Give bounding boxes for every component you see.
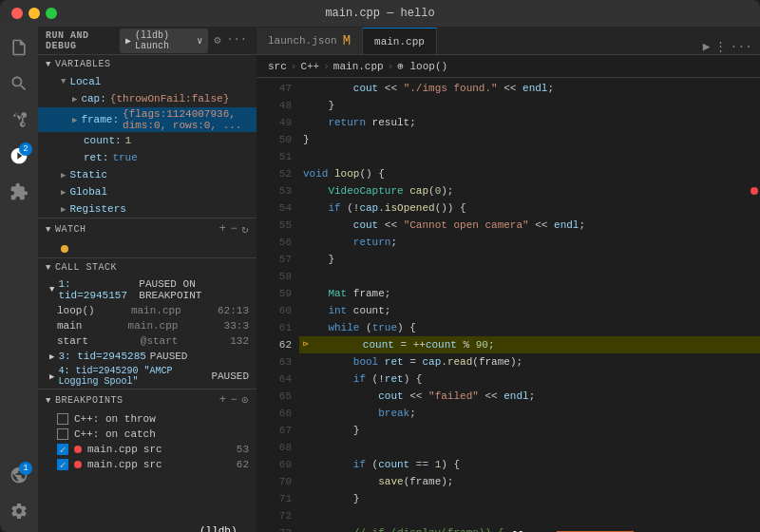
- watch-item: [38, 240, 256, 257]
- var-ret[interactable]: ret: true: [38, 149, 256, 166]
- local-group[interactable]: ▼ Local: [38, 73, 256, 90]
- variables-section-header[interactable]: ▼ VARIABLES: [38, 55, 256, 73]
- tab-main-cpp[interactable]: main.cpp: [363, 28, 437, 54]
- bc-src[interactable]: src: [268, 61, 287, 72]
- watch-refresh-btn[interactable]: ↻: [241, 222, 249, 237]
- watch-actions: + − ↻: [219, 222, 249, 237]
- watch-label: WATCH: [55, 224, 86, 235]
- global-label: Global: [69, 186, 107, 198]
- code-line-53: VideoCapture cap(0);: [299, 182, 760, 200]
- code-line-67: }: [299, 422, 760, 439]
- line-numbers: 47 48 49 50 51 52 53 54 55 56 57 58 59 6…: [256, 78, 299, 532]
- watch-add-btn[interactable]: +: [219, 222, 227, 237]
- code-line-72: [299, 507, 760, 524]
- ln62: 62: [256, 336, 292, 353]
- activity-debug[interactable]: 2: [2, 139, 36, 173]
- debug-label: RUN AND DEBUG: [46, 30, 112, 51]
- bp-main53-checkbox[interactable]: ✓: [57, 444, 68, 455]
- activity-explorer[interactable]: [2, 30, 36, 65]
- watch-section-header[interactable]: ▼ WATCH + − ↻: [38, 218, 256, 240]
- ln65: 65: [256, 388, 292, 405]
- registers-label: Registers: [69, 203, 125, 215]
- frame-start-file: @start: [141, 335, 179, 347]
- bp-cpp-catch[interactable]: C++: on catch: [38, 427, 256, 442]
- global-group[interactable]: ▶ Global: [38, 183, 256, 200]
- code-content[interactable]: cout << "./imgs found." << endl; } retur…: [299, 78, 760, 532]
- code-line-57: }: [299, 251, 760, 268]
- tab-split-btn[interactable]: ⋮: [714, 39, 727, 54]
- callstack-section-header[interactable]: ▼ CALL STACK: [38, 258, 256, 276]
- ln61: 61: [256, 319, 292, 336]
- variables-chevron: ▼: [46, 60, 51, 69]
- code-editor[interactable]: 47 48 49 50 51 52 53 54 55 56 57 58 59 6…: [256, 78, 760, 532]
- cap-name: cap:: [81, 93, 105, 104]
- code-line-52: void loop() {: [299, 165, 760, 182]
- activity-extensions[interactable]: [2, 175, 36, 209]
- bc-maincpp[interactable]: main.cpp: [333, 61, 384, 72]
- thread-4-id: 4: tid=2945290 "AMCP Logging Spool": [58, 366, 207, 387]
- tab-more-btn[interactable]: ···: [731, 40, 752, 54]
- local-chevron: ▼: [61, 77, 66, 86]
- tab-launch-json[interactable]: launch.json M: [256, 28, 363, 54]
- bp-main53[interactable]: ✓ main.cpp src 53: [38, 442, 256, 457]
- ln53: 53: [256, 182, 292, 200]
- debug-config[interactable]: ▶ (lldb) Launch ∨: [120, 28, 208, 53]
- activity-remote[interactable]: 1: [2, 458, 36, 492]
- breakpoints-section: ▼ BREAKPOINTS + − ⊙ C++: on throw C++: o…: [38, 389, 256, 472]
- debug-actions: ⚙ ···: [212, 31, 249, 49]
- code-line-54: if (!cap.isOpened()) {: [299, 200, 760, 217]
- static-group[interactable]: ▶ Static: [38, 166, 256, 183]
- var-count[interactable]: count: 1: [38, 132, 256, 149]
- activity-source-control[interactable]: [2, 103, 36, 137]
- bp-remove-btn[interactable]: −: [231, 393, 238, 408]
- tab-main-label: main.cpp: [374, 36, 425, 48]
- thread-4[interactable]: ▶ 4: tid=2945290 "AMCP Logging Spool" PA…: [38, 364, 256, 389]
- frame-start-name: start: [57, 335, 88, 347]
- editor-tabs: launch.json M main.cpp ▶ ⋮ ···: [256, 27, 760, 55]
- global-chevron: ▶: [61, 187, 66, 198]
- bp-add-btn[interactable]: +: [219, 393, 227, 408]
- bp-main62-file: main.cpp: [87, 459, 138, 470]
- code-line-51: [299, 148, 760, 165]
- frame-start[interactable]: start @start 132: [38, 333, 256, 349]
- bp-main62-checkbox[interactable]: ✓: [57, 459, 68, 470]
- bp-cpp-throw[interactable]: C++: on throw: [38, 411, 256, 427]
- frame-loop[interactable]: loop() main.cpp 62:13: [38, 303, 256, 318]
- debug-settings-btn[interactable]: ⚙: [212, 31, 222, 49]
- bp-main62[interactable]: ✓ main.cpp src 62: [38, 457, 256, 472]
- ln70: 70: [256, 473, 292, 490]
- var-frame[interactable]: ▶ frame: {flags:1124007936, dims:0, rows…: [38, 107, 256, 132]
- tab-play-btn[interactable]: ▶: [703, 39, 711, 54]
- close-button[interactable]: [11, 8, 23, 19]
- bc-loop[interactable]: ⊕ loop(): [397, 60, 447, 72]
- count-name: count:: [84, 135, 122, 146]
- frame-main-line: 33:3: [224, 320, 249, 332]
- bp-catch-checkbox[interactable]: [57, 428, 68, 440]
- thread-3[interactable]: ▶ 3: tid=2945285 PAUSED: [38, 349, 256, 364]
- bp-toggle-btn[interactable]: ⊙: [241, 393, 249, 408]
- tab-actions: ▶ ⋮ ···: [695, 39, 760, 54]
- window-controls[interactable]: [11, 8, 57, 19]
- cap-value: {throwOnFail:false}: [110, 93, 229, 104]
- frame-loop-line: 62:13: [218, 305, 249, 316]
- code-line-61: while (true) {: [299, 319, 760, 336]
- minimize-button[interactable]: [28, 8, 40, 19]
- debug-arrow: ⊳: [303, 336, 309, 353]
- debug-more-btn[interactable]: ···: [224, 31, 249, 49]
- window-title: main.cpp — hello: [325, 7, 434, 20]
- ln55: 55: [256, 217, 292, 234]
- activity-search[interactable]: [2, 66, 36, 101]
- bp-label: BREAKPOINTS: [55, 395, 124, 406]
- bc-cpp[interactable]: C++: [300, 61, 319, 72]
- code-line-68: [299, 439, 760, 456]
- watch-remove-btn[interactable]: −: [231, 222, 238, 237]
- maximize-button[interactable]: [46, 8, 57, 19]
- thread-1[interactable]: ▼ 1: tid=2945157 PAUSED ON BREAKPOINT: [38, 276, 256, 303]
- var-cap[interactable]: ▶ cap: {throwOnFail:false}: [38, 90, 256, 107]
- activity-settings[interactable]: [2, 494, 36, 528]
- bp-section-header[interactable]: ▼ BREAKPOINTS + − ⊙: [38, 390, 256, 411]
- frame-main[interactable]: main main.cpp 33:3: [38, 318, 256, 333]
- bp-throw-checkbox[interactable]: [57, 413, 68, 425]
- ln68: 68: [256, 439, 292, 456]
- registers-group[interactable]: ▶ Registers: [38, 200, 256, 218]
